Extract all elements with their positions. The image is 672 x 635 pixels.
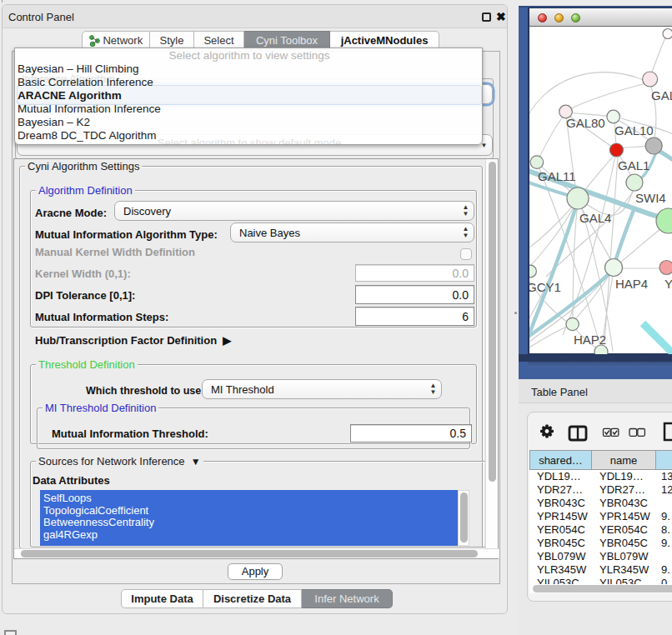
svg-text:GAL11: GAL11 <box>538 169 576 183</box>
svg-text:GCY1: GCY1 <box>529 280 561 294</box>
svg-text:HAP2: HAP2 <box>574 332 606 347</box>
svg-text:HAP4: HAP4 <box>615 277 648 291</box>
svg-text:GAL1: GAL1 <box>618 158 649 172</box>
svg-text:GAL4: GAL4 <box>579 211 611 225</box>
svg-text:GAL7: GAL7 <box>651 88 672 102</box>
svg-text:GAL10: GAL10 <box>614 123 654 138</box>
svg-text:SWI4: SWI4 <box>635 191 666 205</box>
svg-text:Y: Y <box>664 277 672 291</box>
svg-text:GAL80: GAL80 <box>566 116 605 130</box>
